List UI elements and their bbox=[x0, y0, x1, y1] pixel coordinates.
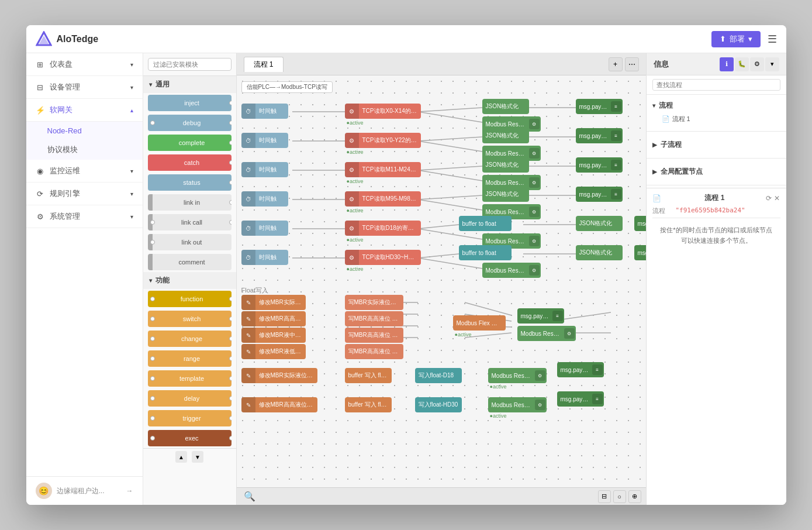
node-trigger[interactable]: trigger bbox=[148, 410, 231, 426]
node-float-mbr-1[interactable]: ✎ 修改MBR实际液位值—15.33 bbox=[241, 368, 317, 383]
node-write-d18[interactable]: 写MBR实际液位D18 bbox=[345, 295, 403, 310]
info-tab-info[interactable]: ℹ bbox=[720, 57, 734, 71]
node-time-trigger-3[interactable]: ⏱ 时间触 bbox=[241, 162, 288, 177]
node-modbus-resp-write[interactable]: Modbus Response ⚙ bbox=[517, 326, 576, 341]
node-payload-float-1[interactable]: msg.payload ≡ bbox=[557, 362, 604, 377]
node-buffer-float-write-2[interactable]: buffer 写入 float bbox=[345, 397, 392, 412]
node-time-trigger-6[interactable]: ⏱ 时间触 bbox=[241, 250, 288, 265]
logout-icon[interactable]: → bbox=[126, 487, 133, 495]
info-search-input[interactable] bbox=[652, 79, 780, 91]
node-function[interactable]: function bbox=[148, 291, 231, 307]
node-json-4[interactable]: JSON格式化 bbox=[482, 187, 529, 202]
node-json-2[interactable]: JSON格式化 bbox=[482, 128, 529, 143]
zoom-in-btn[interactable]: ⊕ bbox=[628, 490, 641, 503]
node-payload-write[interactable]: msg.payload ≡ bbox=[517, 308, 564, 323]
node-json-1[interactable]: JSON格式化 bbox=[482, 99, 529, 114]
node-json-5[interactable]: JSON格式化 bbox=[576, 216, 623, 231]
node-time-trigger-1[interactable]: ⏱ 时间触 bbox=[241, 104, 288, 119]
canvas-grid[interactable]: 信能PLC—→Modbus-TCP读写 ⏱ 时间触 ⚙ TCP读取X0-X14的… bbox=[237, 75, 646, 487]
node-write-hd30[interactable]: 写MBR高高液位 HD30 bbox=[345, 311, 403, 326]
node-write-float-d18[interactable]: 写入float-D18 bbox=[415, 368, 462, 383]
canvas-tab-flow1[interactable]: 流程 1 bbox=[244, 57, 284, 72]
zoom-out-btn[interactable]: ⊟ bbox=[598, 490, 611, 503]
node-switch[interactable]: switch bbox=[148, 311, 231, 327]
sidebar-item-monitor[interactable]: ◉ 监控运维 ▾ bbox=[26, 160, 143, 183]
palette-up-btn[interactable]: ▲ bbox=[175, 451, 187, 463]
node-btn[interactable]: ⚙ bbox=[529, 119, 540, 129]
info-section-subflows-header[interactable]: ▶ 子流程 bbox=[652, 137, 780, 152]
node-range[interactable]: range bbox=[148, 350, 231, 367]
sidebar-item-system[interactable]: ⚙ 系统管理 ▾ bbox=[26, 205, 143, 228]
node-write-mbr-1[interactable]: ✎ 修改MBR实际液位值 bbox=[241, 295, 306, 310]
node-payload-3[interactable]: msg.payload ≡ bbox=[576, 157, 623, 173]
node-btn-8[interactable]: ≡ bbox=[611, 189, 621, 199]
node-write-mbr-2[interactable]: ✎ 修改MBR高高液位值 bbox=[241, 311, 306, 326]
info-tab-more[interactable]: ▾ bbox=[765, 57, 779, 71]
node-payload-1[interactable]: msg.payload ≡ bbox=[576, 99, 623, 114]
node-tcp-d18[interactable]: ⚙ TCP读取D18的寄存器 bbox=[345, 221, 421, 236]
palette-search-input[interactable] bbox=[148, 58, 231, 71]
info-close-btn[interactable]: ✕ bbox=[774, 194, 780, 202]
sidebar-item-device-mgmt[interactable]: ⊟ 设备管理 ▾ bbox=[26, 76, 143, 99]
node-write-mbr-4[interactable]: ✎ 修改MBR液低液位值 bbox=[241, 344, 306, 359]
node-tcp-m95[interactable]: ⚙ TCP读取M95-M98的线圈状态 bbox=[345, 191, 421, 207]
node-link-in[interactable]: link in bbox=[148, 194, 231, 211]
node-payload-4[interactable]: msg.payload ≡ bbox=[576, 187, 623, 202]
node-time-trigger-5[interactable]: ⏱ 时间触 bbox=[241, 221, 288, 236]
node-json-3[interactable]: JSON格式化 bbox=[482, 157, 529, 173]
node-btn-5[interactable]: ⚙ bbox=[529, 177, 540, 188]
info-section-config-header[interactable]: ▶ 全局配置节点 bbox=[652, 164, 780, 179]
node-buffer-float-write-1[interactable]: buffer 写入 float bbox=[345, 368, 392, 383]
node-modbus-resp-float-2[interactable]: Modbus Response ⚙ bbox=[488, 397, 547, 412]
node-catch[interactable]: catch bbox=[148, 154, 231, 171]
node-tcp-x0[interactable]: ⚙ TCP读取X0-X14的线圈状态 bbox=[345, 104, 421, 119]
node-modbus-resp-float-1[interactable]: Modbus Response ⚙ bbox=[488, 368, 547, 383]
node-inject[interactable]: inject bbox=[148, 95, 231, 111]
node-write-hd34[interactable]: 写MBR高高液位 HD34 bbox=[345, 344, 403, 359]
palette-section-general[interactable]: ▾ 通用 bbox=[143, 76, 236, 93]
node-write-hd32[interactable]: 写MBR高高液位 HD32 bbox=[345, 328, 403, 343]
node-write-mbr-3[interactable]: ✎ 修改MBR液中液位值 bbox=[241, 328, 306, 343]
node-delay[interactable]: delay bbox=[148, 390, 231, 407]
sidebar-item-protocol[interactable]: 协议模块 bbox=[26, 140, 143, 160]
node-btn-13[interactable]: ≡ bbox=[552, 311, 563, 321]
node-buffer-float-2[interactable]: buffer to float bbox=[459, 245, 512, 260]
node-btn-11[interactable]: ⚙ bbox=[529, 265, 540, 276]
node-exec[interactable]: exec bbox=[148, 430, 231, 446]
node-btn-7[interactable]: ⚙ bbox=[529, 207, 540, 217]
node-time-trigger-2[interactable]: ⏱ 时间触 bbox=[241, 133, 288, 148]
info-tab-debug[interactable]: 🐛 bbox=[735, 57, 749, 71]
node-btn-17[interactable]: ⚙ bbox=[535, 400, 545, 410]
node-tcp-y0[interactable]: ⚙ TCP读取Y0-Y22的线圈状态 bbox=[345, 133, 421, 148]
node-payload-5[interactable]: msg.payload ≡ bbox=[634, 216, 646, 231]
info-flow-1-item[interactable]: 📄 流程 1 bbox=[652, 113, 780, 125]
node-change[interactable]: change bbox=[148, 331, 231, 347]
node-status[interactable]: status bbox=[148, 174, 231, 191]
add-tab-btn[interactable]: + bbox=[609, 57, 623, 71]
node-tcp-m11[interactable]: ⚙ TCP读取M11-M24的线圈状态 bbox=[345, 162, 421, 177]
sidebar-item-node-red[interactable]: Node-Red bbox=[26, 122, 143, 140]
node-float-mbr-2[interactable]: ✎ 修改MBR高高液位值-2.95 bbox=[241, 397, 317, 412]
node-btn-15[interactable]: ⚙ bbox=[535, 370, 545, 381]
menu-button[interactable]: ☰ bbox=[768, 33, 777, 46]
info-section-flows-header[interactable]: ▾ 流程 bbox=[652, 98, 780, 113]
info-refresh-btn[interactable]: ⟳ bbox=[766, 194, 772, 202]
node-write-float-hd30[interactable]: 写入float-HD30 bbox=[415, 397, 462, 412]
node-link-call[interactable]: link call bbox=[148, 214, 231, 230]
node-link-out[interactable]: link out bbox=[148, 234, 231, 250]
node-btn-4[interactable]: ≡ bbox=[611, 130, 621, 141]
node-debug[interactable]: debug bbox=[148, 115, 231, 131]
sidebar-item-rules[interactable]: ⟳ 规则引擎 ▾ bbox=[26, 183, 143, 205]
node-modbus-resp-6[interactable]: Modbus Response ⚙ bbox=[482, 263, 541, 278]
node-payload-float-2[interactable]: msg.payload ≡ bbox=[557, 391, 604, 407]
sidebar-item-dashboard[interactable]: ⊞ 仪表盘 ▾ bbox=[26, 53, 143, 76]
node-payload-2[interactable]: msg.payload ≡ bbox=[576, 128, 623, 143]
deploy-button[interactable]: ⬆ 部署 ▾ bbox=[711, 31, 761, 47]
node-tcp-hd30[interactable]: ⚙ TCP读取HD30~HD34的寄存器 bbox=[345, 250, 421, 265]
palette-down-btn[interactable]: ▼ bbox=[192, 451, 203, 463]
node-btn-14[interactable]: ⚙ bbox=[564, 328, 575, 339]
node-payload-6[interactable]: msg.payload ≡ bbox=[634, 245, 646, 260]
node-btn-2[interactable]: ≡ bbox=[611, 101, 621, 112]
node-btn-9[interactable]: ⚙ bbox=[529, 236, 540, 246]
palette-section-function[interactable]: ▾ 功能 bbox=[143, 272, 236, 289]
